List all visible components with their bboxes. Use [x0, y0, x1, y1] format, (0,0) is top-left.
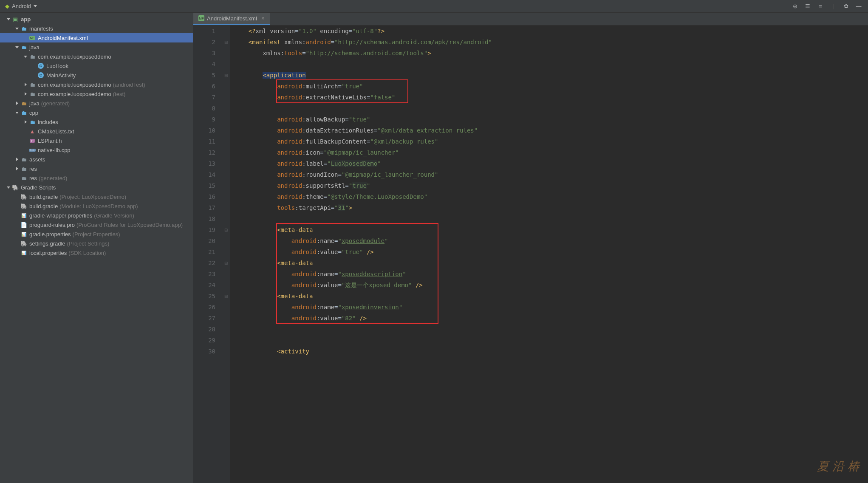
code-line[interactable]: <application — [234, 70, 492, 81]
code-line[interactable]: <meta-data — [234, 224, 492, 235]
select-opened-file-icon[interactable]: ⊕ — [792, 3, 798, 10]
code-line[interactable]: android:value="82" /> — [234, 313, 492, 324]
line-number[interactable]: 5 — [193, 70, 215, 81]
tree-arrow-icon[interactable] — [23, 120, 28, 124]
line-number[interactable]: 2 — [193, 37, 215, 48]
line-number[interactable]: 3 — [193, 48, 215, 59]
code-line[interactable]: android:extractNativeLibs="false" — [234, 92, 492, 103]
line-number[interactable]: 1 — [193, 25, 215, 37]
code-line[interactable]: <activity — [234, 346, 492, 357]
fold-toggle-icon[interactable] — [224, 73, 228, 77]
code-line[interactable]: android:name="xposedminversion" — [234, 302, 492, 313]
code-line[interactable]: <meta-data — [234, 291, 492, 302]
tree-node[interactable]: 🖿com.example.luoxposeddemo (test) — [0, 89, 193, 99]
line-number[interactable]: 28 — [193, 324, 215, 335]
tree-node[interactable]: 📊gradle.properties (Project Properties) — [0, 229, 193, 239]
tree-arrow-icon[interactable] — [14, 158, 20, 161]
settings-icon[interactable]: ✿ — [843, 3, 849, 10]
line-number[interactable]: 14 — [193, 169, 215, 180]
line-number[interactable]: 15 — [193, 180, 215, 191]
hide-icon[interactable]: — — [855, 3, 862, 10]
tree-node[interactable]: 🐘settings.gradle (Project Settings) — [0, 239, 193, 248]
tree-node[interactable]: 🐘build.gradle (Module: LuoXposedDemo.app… — [0, 201, 193, 211]
line-number[interactable]: 17 — [193, 202, 215, 213]
line-number[interactable]: 7 — [193, 92, 215, 103]
code-line[interactable]: android:fullBackupContent="@xml/backup_r… — [234, 136, 492, 147]
tree-node[interactable]: 🐘build.gradle (Project: LuoXposedDemo) — [0, 192, 193, 201]
line-number[interactable]: 30 — [193, 346, 215, 357]
tree-arrow-icon[interactable] — [23, 56, 28, 58]
tree-node[interactable]: 📊gradle-wrapper.properties (Gradle Versi… — [0, 211, 193, 220]
fold-column[interactable] — [223, 25, 230, 483]
tree-arrow-icon[interactable] — [23, 92, 28, 96]
fold-toggle-icon[interactable] — [224, 40, 228, 44]
code-line[interactable]: android:multiArch="true" — [234, 81, 492, 92]
code-line[interactable]: android:icon="@mipmap/ic_launcher" — [234, 147, 492, 158]
tree-arrow-icon[interactable] — [6, 186, 11, 189]
code-line[interactable]: tools:targetApi="31"> — [234, 202, 492, 213]
line-number[interactable]: 18 — [193, 213, 215, 224]
code-line[interactable] — [234, 213, 492, 224]
close-icon[interactable]: × — [261, 15, 265, 21]
line-number[interactable]: 12 — [193, 147, 215, 158]
code-line[interactable]: android:name="xposedmodule" — [234, 235, 492, 246]
tree-node[interactable]: CMainActivity — [0, 71, 193, 80]
tree-node[interactable]: 🖿com.example.luoxposeddemo (androidTest) — [0, 80, 193, 89]
code-line[interactable] — [234, 59, 492, 70]
line-number[interactable]: 20 — [193, 235, 215, 246]
line-number[interactable]: 21 — [193, 246, 215, 257]
line-number[interactable]: 29 — [193, 335, 215, 346]
code-line[interactable]: <manifest xmlns:android="http://schemas.… — [234, 37, 492, 48]
code-line[interactable]: <meta-data — [234, 257, 492, 268]
tree-node[interactable]: 🖿java — [0, 42, 193, 52]
collapse-all-icon[interactable]: ≡ — [817, 3, 824, 10]
tree-node[interactable]: ▣app — [0, 14, 193, 24]
tree-node[interactable]: HLSPlant.h — [0, 136, 193, 145]
tree-node[interactable]: 🖿res — [0, 164, 193, 173]
fold-toggle-icon[interactable] — [224, 228, 228, 232]
project-tree-panel[interactable]: ▣app🖿manifestsMFAndroidManifest.xml🖿java… — [0, 13, 193, 483]
tree-node[interactable]: 🖿cpp — [0, 108, 193, 117]
tree-node[interactable]: 🖿manifests — [0, 24, 193, 33]
code-line[interactable]: <?xml version="1.0" encoding="utf-8"?> — [234, 25, 492, 37]
tree-node[interactable]: 📄proguard-rules.pro (ProGuard Rules for … — [0, 220, 193, 229]
tree-arrow-icon[interactable] — [6, 18, 11, 20]
line-number[interactable]: 24 — [193, 280, 215, 291]
line-number[interactable]: 10 — [193, 125, 215, 136]
tree-node[interactable]: ▲CMakeLists.txt — [0, 127, 193, 136]
line-number[interactable]: 8 — [193, 103, 215, 114]
line-number[interactable]: 22 — [193, 257, 215, 268]
tree-node[interactable]: 🖿com.example.luoxposeddemo — [0, 52, 193, 61]
tree-node[interactable]: 📊local.properties (SDK Location) — [0, 248, 193, 257]
tree-node[interactable]: c++native-lib.cpp — [0, 145, 193, 155]
tree-arrow-icon[interactable] — [14, 28, 20, 30]
code-line[interactable]: android:theme="@style/Theme.LuoXposedDem… — [234, 191, 492, 202]
tree-node[interactable]: 🖿res (generated) — [0, 173, 193, 183]
code-line[interactable] — [234, 335, 492, 346]
line-number[interactable]: 19 — [193, 224, 215, 235]
code-line[interactable]: android:value="true" /> — [234, 246, 492, 257]
tree-node[interactable]: CLuoHook — [0, 61, 193, 71]
line-number[interactable]: 26 — [193, 302, 215, 313]
code-line[interactable]: android:name="xposeddescription" — [234, 268, 492, 280]
line-number-gutter[interactable]: 1234567891011121314151617181920212223242… — [193, 25, 223, 483]
line-number[interactable]: 11 — [193, 136, 215, 147]
tree-node[interactable]: MFAndroidManifest.xml — [0, 33, 193, 42]
code-line[interactable]: android:dataExtractionRules="@xml/data_e… — [234, 125, 492, 136]
tree-arrow-icon[interactable] — [23, 83, 28, 86]
tree-node[interactable]: 🐘Gradle Scripts — [0, 183, 193, 192]
line-number[interactable]: 27 — [193, 313, 215, 324]
line-number[interactable]: 23 — [193, 268, 215, 280]
code-line[interactable]: android:value="这是一个xposed demo" /> — [234, 280, 492, 291]
editor-tab-active[interactable]: MF AndroidManifest.xml × — [193, 13, 270, 25]
code-line[interactable]: xmlns:tools="http://schemas.android.com/… — [234, 48, 492, 59]
code-line[interactable]: android:label="LuoXposedDemo" — [234, 158, 492, 169]
line-number[interactable]: 13 — [193, 158, 215, 169]
code-line[interactable]: android:supportsRtl="true" — [234, 180, 492, 191]
line-number[interactable]: 25 — [193, 291, 215, 302]
tree-arrow-icon[interactable] — [14, 102, 20, 105]
tree-node[interactable]: 🖿java (generated) — [0, 99, 193, 108]
line-number[interactable]: 9 — [193, 114, 215, 125]
code-line[interactable] — [234, 324, 492, 335]
expand-all-icon[interactable]: ☰ — [804, 3, 811, 10]
